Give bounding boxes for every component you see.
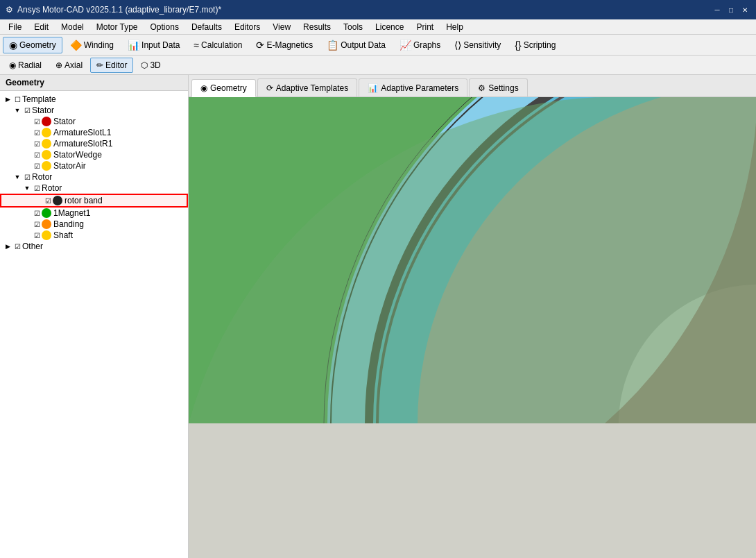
tab-geometry-label: Geometry: [210, 83, 247, 93]
toolbar-sensitivity[interactable]: ⟨⟩ Sensitivity: [448, 37, 507, 53]
toolbar-outputdata-label: Output Data: [341, 40, 386, 50]
tree-check-statorair[interactable]: ☑: [32, 162, 42, 170]
menu-licence[interactable]: Licence: [370, 21, 409, 33]
tree-item-shaft[interactable]: ☑ Shaft: [0, 230, 188, 241]
sub-editor[interactable]: ✏ Editor: [90, 58, 133, 73]
tree-check-stator[interactable]: ☑: [32, 118, 42, 126]
tab-settings-label: Settings: [488, 83, 518, 93]
tree-check-armatureslotR1[interactable]: ☑: [32, 140, 42, 148]
tree-item-banding[interactable]: ☑ Banding: [0, 219, 188, 230]
radial-icon: ◉: [9, 60, 16, 70]
tree-item-rotor-group[interactable]: ▼ ☑ Rotor: [0, 171, 188, 183]
maximize-button[interactable]: □: [725, 4, 737, 15]
tree-item-rotor[interactable]: ▼ ☑ Rotor: [0, 183, 188, 194]
app-logo: ⚙: [6, 5, 13, 15]
menu-edit[interactable]: Edit: [28, 21, 54, 33]
tree-label-1magnet1: 1Magnet1: [53, 208, 90, 218]
emagnetics-icon: ⟳: [256, 40, 264, 51]
tree-check-rotor[interactable]: ☑: [32, 185, 42, 192]
menu-motortype[interactable]: Motor Type: [91, 21, 144, 33]
tree-item-statorwedge[interactable]: ☑ StatorWedge: [0, 149, 188, 160]
tree-container[interactable]: ▶ ☐ Template ▼ ☑ Stator ☑ Stator: [0, 91, 188, 558]
sub-radial-label: Radial: [18, 60, 42, 70]
tree-label-rotor-band: rotor band: [65, 196, 103, 205]
sub-editor-label: Editor: [105, 60, 127, 70]
tree-check-armatureslotl1[interactable]: ☑: [32, 129, 42, 137]
toolbar-scripting[interactable]: {} Scripting: [508, 37, 562, 53]
tree-item-stator-group[interactable]: ▼ ☑ Stator: [0, 105, 188, 116]
tree-expand-rotor-inner[interactable]: ▼: [22, 185, 32, 192]
tree-check-rotor-group[interactable]: ☑: [22, 174, 32, 181]
tree-item-other[interactable]: ▶ ☑ Other: [0, 241, 188, 252]
stator-color-icon: [42, 117, 51, 126]
tab-adaptive-parameters-icon: 📊: [368, 83, 378, 93]
toolbar-winding[interactable]: 🔶 Winding: [64, 37, 120, 53]
tab-settings[interactable]: ⚙ Settings: [469, 78, 527, 96]
toolbar-outputdata[interactable]: 📋 Output Data: [320, 37, 392, 53]
tree-item-1magnet1[interactable]: ☑ 1Magnet1: [0, 208, 188, 219]
tree-item-template[interactable]: ▶ ☐ Template: [0, 94, 188, 105]
titlebar: ⚙ Ansys Motor-CAD v2025.1.1 (adaptive_li…: [0, 0, 756, 19]
menu-options[interactable]: Options: [145, 21, 184, 33]
toolbar-geometry-label: Geometry: [19, 40, 56, 50]
toolbar-inputdata[interactable]: 📊 Input Data: [121, 37, 186, 53]
menu-model[interactable]: Model: [55, 21, 89, 33]
tree-title: Geometry: [6, 78, 44, 87]
geometry-icon: ◉: [9, 40, 17, 51]
menu-print[interactable]: Print: [411, 21, 439, 33]
menu-defaults[interactable]: Defaults: [186, 21, 227, 33]
tree-expand-rotor[interactable]: ▼: [12, 174, 22, 180]
menu-editors[interactable]: Editors: [229, 21, 266, 33]
tree-label-shaft: Shaft: [53, 230, 73, 240]
tree-expand-other[interactable]: ▶: [3, 243, 12, 250]
tree-item-armatureslotl1[interactable]: ☑ ArmatureSlotL1: [0, 127, 188, 138]
toolbar-emagnetics[interactable]: ⟳ E-Magnetics: [250, 37, 319, 53]
axial-icon: ⊕: [55, 60, 62, 70]
tree-item-stator[interactable]: ☑ Stator: [0, 116, 188, 127]
tree-item-rotor-band[interactable]: ☑ rotor band: [0, 194, 188, 208]
minimize-button[interactable]: ─: [712, 4, 723, 15]
menu-help[interactable]: Help: [440, 21, 469, 33]
toolbar-graphs-label: Graphs: [413, 40, 440, 50]
tree-expand-template[interactable]: ▶: [3, 96, 12, 103]
menu-tools[interactable]: Tools: [338, 21, 368, 33]
tab-settings-icon: ⚙: [478, 83, 486, 93]
tree-check-statorwedge[interactable]: ☑: [32, 151, 42, 159]
motor-visualization: [189, 97, 756, 423]
motor-canvas-area: [189, 97, 756, 558]
tree-check-shaft[interactable]: ☑: [32, 232, 42, 239]
close-button[interactable]: ✕: [739, 4, 750, 15]
toolbar-calculation-label: Calculation: [201, 40, 242, 50]
tab-geometry[interactable]: ◉ Geometry: [191, 79, 256, 97]
toolbar-graphs[interactable]: 📈 Graphs: [393, 37, 447, 53]
tree-check-rotor-band[interactable]: ☑: [43, 197, 53, 205]
toolbar-geometry[interactable]: ◉ Geometry: [3, 37, 62, 53]
scripting-icon: {}: [515, 40, 521, 51]
toolbar-calculation[interactable]: ≈ Calculation: [187, 37, 248, 53]
tree-check-1magnet1[interactable]: ☑: [32, 210, 42, 217]
tree-check-other[interactable]: ☑: [12, 243, 22, 251]
window-controls[interactable]: ─ □ ✕: [712, 4, 750, 15]
tree-expand-stator[interactable]: ▼: [12, 107, 22, 114]
menu-results[interactable]: Results: [298, 21, 336, 33]
app-title: ⚙ Ansys Motor-CAD v2025.1.1 (adaptive_li…: [6, 5, 221, 15]
toolbar-emagnetics-label: E-Magnetics: [266, 40, 313, 50]
graphs-icon: 📈: [400, 40, 411, 51]
sub-3d[interactable]: ⬡ 3D: [135, 58, 166, 73]
toolbar-winding-label: Winding: [84, 40, 114, 50]
tree-item-statorair[interactable]: ☑ StatorAir: [0, 160, 188, 171]
sub-axial[interactable]: ⊕ Axial: [49, 58, 89, 73]
menu-view[interactable]: View: [267, 21, 296, 33]
tree-header: Geometry: [0, 75, 188, 91]
tree-item-armatureslotR1[interactable]: ☑ ArmatureSlotR1: [0, 138, 188, 149]
sub-toolbar: ◉ Radial ⊕ Axial ✏ Editor ⬡ 3D: [0, 56, 756, 75]
tab-adaptive-templates[interactable]: ⟳ Adaptive Templates: [257, 78, 358, 96]
tree-check-template[interactable]: ☐: [12, 96, 22, 103]
tab-geometry-icon: ◉: [200, 83, 207, 93]
sub-3d-label: 3D: [150, 60, 160, 70]
tree-check-banding[interactable]: ☑: [32, 221, 42, 228]
tab-adaptive-parameters[interactable]: 📊 Adaptive Parameters: [359, 78, 467, 96]
menu-file[interactable]: File: [3, 21, 27, 33]
tree-check-stator-group[interactable]: ☑: [22, 107, 32, 115]
sub-radial[interactable]: ◉ Radial: [3, 58, 48, 73]
